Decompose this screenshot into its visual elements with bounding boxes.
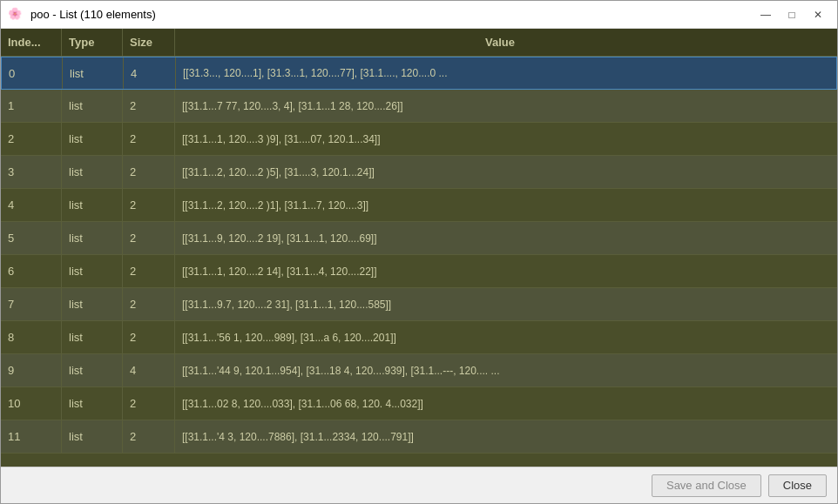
- header-size: Size: [123, 29, 175, 56]
- table-row[interactable]: 8 list 2 [[31.1...'56 1, 120....989], [3…: [1, 321, 837, 354]
- cell-index: 1: [1, 90, 62, 122]
- cell-size: 2: [123, 222, 175, 254]
- cell-value: [[31.1...1, 120....3 )9], [31....07, 120…: [175, 123, 837, 155]
- cell-index: 10: [1, 387, 62, 420]
- table-row[interactable]: 6 list 2 [[31.1...1, 120....2 14], [31.1…: [1, 255, 837, 288]
- cell-type: list: [62, 321, 123, 353]
- content-area: Inde... Type Size Value 0 list 4 [[31.3.…: [1, 29, 837, 467]
- cell-index: 9: [1, 354, 62, 386]
- table-row[interactable]: 11 list 2 [[31.1...'4 3, 120....7886], […: [1, 420, 837, 454]
- cell-index: 8: [1, 321, 62, 353]
- cell-value: [[31.1...1, 120....2 14], [31.1...4, 120…: [175, 255, 837, 287]
- cell-size: 2: [123, 156, 175, 188]
- cell-size: 2: [123, 387, 175, 420]
- header-type: Type: [62, 29, 123, 56]
- cell-index: 3: [1, 156, 62, 188]
- cell-size: 2: [123, 189, 175, 221]
- cell-type: list: [62, 420, 123, 453]
- cell-value: [[31.1...'4 3, 120....7886], [31.1...233…: [175, 420, 837, 453]
- table-row[interactable]: 2 list 2 [[31.1...1, 120....3 )9], [31..…: [1, 123, 837, 156]
- cell-size: 2: [123, 321, 175, 353]
- cell-value: [[31.1...9.7, 120....2 31], [31.1...1, 1…: [175, 288, 837, 320]
- cell-type: list: [62, 189, 123, 221]
- table-container: Inde... Type Size Value 0 list 4 [[31.3.…: [1, 29, 837, 467]
- cell-index: 11: [1, 420, 62, 453]
- cell-type: list: [62, 354, 123, 386]
- table-row[interactable]: 3 list 2 [[31.1...2, 120....2 )5], [31..…: [1, 156, 837, 189]
- table-row[interactable]: 0 list 4 [[31.3..., 120....1], [31.3...1…: [1, 57, 837, 90]
- cell-size: 2: [123, 288, 175, 320]
- cell-size: 4: [123, 354, 175, 386]
- table-row[interactable]: 10 list 2 [[31.1...02 8, 120....033], [3…: [1, 387, 837, 420]
- window-title: poo - List (110 elements): [30, 8, 754, 21]
- cell-type: list: [62, 255, 123, 287]
- table-row[interactable]: 1 list 2 [[31.1...7 77, 120....3, 4], [3…: [1, 90, 837, 123]
- cell-index: 5: [1, 222, 62, 254]
- cell-value: [[31.1...'44 9, 120.1...954], [31...18 4…: [175, 354, 837, 386]
- header-value: Value: [175, 29, 825, 56]
- cell-index: 0: [2, 57, 63, 89]
- cell-size: 2: [123, 255, 175, 287]
- cell-value: [[31.1...7 77, 120....3, 4], [31.1...1 2…: [175, 90, 837, 122]
- cell-value: [[31.1...9, 120....2 19], [31.1...1, 120…: [175, 222, 837, 254]
- cell-type: list: [62, 387, 123, 420]
- cell-size: 4: [124, 57, 176, 89]
- window-controls: — □ ✕: [754, 6, 830, 24]
- cell-type: list: [62, 156, 123, 188]
- header-index: Inde...: [1, 29, 62, 56]
- close-window-button[interactable]: ✕: [806, 6, 830, 24]
- cell-size: 2: [123, 123, 175, 155]
- title-bar: 🌸 poo - List (110 elements) — □ ✕: [1, 1, 837, 29]
- cell-size: 2: [123, 420, 175, 453]
- footer: Save and Close Close: [1, 467, 837, 503]
- cell-value: [[31.3..., 120....1], [31.3...1, 120....…: [176, 57, 836, 89]
- cell-type: list: [62, 123, 123, 155]
- cell-index: 6: [1, 255, 62, 287]
- maximize-button[interactable]: □: [780, 6, 804, 24]
- cell-value: [[31.1...2, 120....2 )5], [31....3, 120.…: [175, 156, 837, 188]
- main-window: 🌸 poo - List (110 elements) — □ ✕ Inde..…: [0, 0, 838, 504]
- cell-index: 7: [1, 288, 62, 320]
- table-row[interactable]: 9 list 4 [[31.1...'44 9, 120.1...954], […: [1, 354, 837, 387]
- app-icon: 🌸: [8, 7, 24, 23]
- table-row[interactable]: 4 list 2 [[31.1...2, 120....2 )1], [31.1…: [1, 189, 837, 222]
- table-row[interactable]: 7 list 2 [[31.1...9.7, 120....2 31], [31…: [1, 288, 837, 321]
- save-close-button[interactable]: Save and Close: [652, 474, 761, 497]
- close-button[interactable]: Close: [768, 474, 827, 497]
- minimize-button[interactable]: —: [754, 6, 778, 24]
- cell-index: 4: [1, 189, 62, 221]
- table-row[interactable]: 5 list 2 [[31.1...9, 120....2 19], [31.1…: [1, 222, 837, 255]
- cell-type: list: [62, 90, 123, 122]
- cell-type: list: [62, 222, 123, 254]
- cell-size: 2: [123, 90, 175, 122]
- cell-index: 2: [1, 123, 62, 155]
- cell-type: list: [62, 288, 123, 320]
- table-body[interactable]: 0 list 4 [[31.3..., 120....1], [31.3...1…: [1, 57, 837, 467]
- table-header: Inde... Type Size Value: [1, 29, 837, 57]
- cell-value: [[31.1...02 8, 120....033], [31.1...06 6…: [175, 387, 837, 420]
- cell-type: list: [63, 57, 124, 89]
- cell-value: [[31.1...'56 1, 120....989], [31...a 6, …: [175, 321, 837, 353]
- cell-value: [[31.1...2, 120....2 )1], [31.1...7, 120…: [175, 189, 837, 221]
